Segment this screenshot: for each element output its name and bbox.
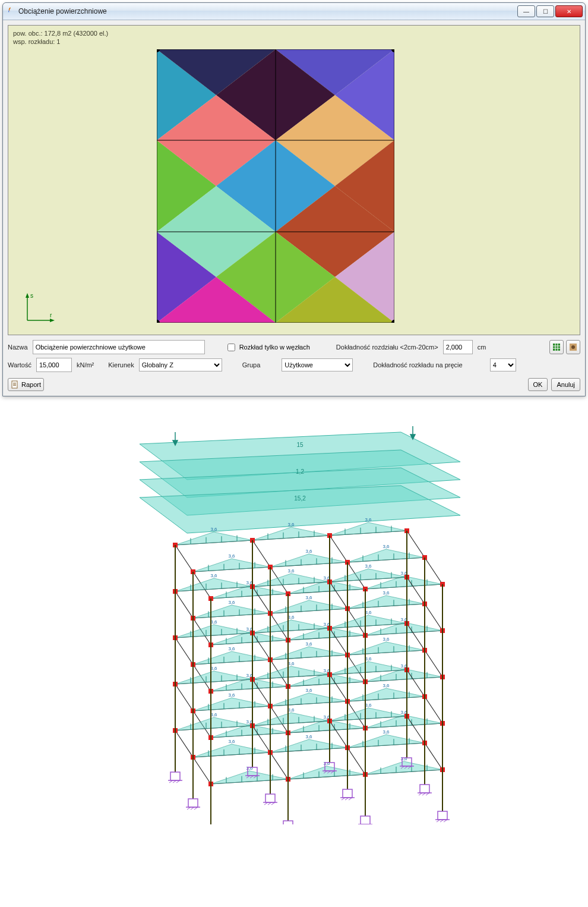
form-area: Nazwa Rozkład tylko w węzłach Dokładność… <box>8 340 580 391</box>
rozklad-checkbox[interactable]: Rozkład tylko w węzłach <box>225 342 310 353</box>
svg-rect-48 <box>13 385 16 386</box>
svg-marker-308 <box>270 693 347 706</box>
svg-text:3,6: 3,6 <box>287 615 295 620</box>
svg-marker-393 <box>211 771 288 784</box>
svg-marker-407 <box>365 761 442 774</box>
svg-text:3,6: 3,6 <box>228 553 235 559</box>
svg-text:3,6: 3,6 <box>365 610 372 615</box>
svg-marker-33 <box>26 293 29 298</box>
svg-text:3,6: 3,6 <box>305 688 312 693</box>
svg-marker-315 <box>347 688 425 701</box>
svg-marker-237 <box>270 647 347 660</box>
nazwa-label: Nazwa <box>8 344 28 351</box>
rozklad-checkbox-label: Rozkład tylko w węzłach <box>239 344 310 351</box>
svg-marker-81 <box>330 522 407 536</box>
svg-line-129 <box>175 545 193 572</box>
svg-line-271 <box>175 638 193 664</box>
structural-model-view: 15 1,2 15,2 3,63,63,63,63,63,63,63,63,63… <box>104 420 484 824</box>
svg-text:3,6: 3,6 <box>210 527 217 532</box>
wartosc-input[interactable] <box>36 358 72 372</box>
svg-text:3,6: 3,6 <box>365 703 372 708</box>
svg-marker-35 <box>50 319 55 322</box>
dokladnosc2-label: Dokładność rozkładu na pręcie <box>373 361 462 369</box>
titlebar[interactable]: Obciążenie powierzchniowe — ☐ ✕ <box>3 3 585 20</box>
report-icon <box>11 380 19 389</box>
svg-marker-244 <box>347 642 425 655</box>
svg-marker-173 <box>347 596 425 609</box>
svg-text:1,2: 1,2 <box>296 468 304 475</box>
minimize-button[interactable]: — <box>517 5 535 17</box>
raport-button[interactable]: Raport <box>8 378 44 391</box>
svg-marker-102 <box>347 549 425 562</box>
svg-rect-47 <box>13 384 16 385</box>
svg-text:r: r <box>50 312 52 319</box>
grupa-label: Grupa <box>242 361 261 369</box>
canvas-overlay-text: pow. obc.: 172,8 m2 (432000 el.) wsp. ro… <box>13 29 108 46</box>
svg-text:3,6: 3,6 <box>365 517 372 522</box>
dialog-content: pow. obc.: 172,8 m2 (432000 el.) wsp. ro… <box>3 20 585 396</box>
svg-text:3,6: 3,6 <box>382 637 390 642</box>
close-button[interactable]: ✕ <box>555 5 583 17</box>
window-controls: — ☐ ✕ <box>517 5 583 17</box>
svg-text:3,6: 3,6 <box>210 573 217 578</box>
dokladnosc1-label: Dokładność rozdziału <2cm-20cm> <box>336 344 438 351</box>
ok-button[interactable]: OK <box>528 378 548 391</box>
svg-marker-95 <box>270 554 347 567</box>
kierunek-select[interactable]: Globalny Z <box>139 358 222 371</box>
maximize-button[interactable]: ☐ <box>536 5 554 17</box>
svg-text:3,6: 3,6 <box>210 619 217 625</box>
java-app-icon <box>5 7 15 16</box>
svg-rect-46 <box>13 383 16 383</box>
grupa-select[interactable]: Użytkowe <box>282 358 353 371</box>
svg-text:3,6: 3,6 <box>382 729 390 735</box>
wartosc-label: Wartość <box>8 361 31 369</box>
svg-text:3,6: 3,6 <box>287 707 295 713</box>
load-distribution-plot <box>157 49 394 323</box>
svg-text:3,6: 3,6 <box>382 544 390 549</box>
svg-marker-67 <box>175 532 252 545</box>
svg-text:3,6: 3,6 <box>210 712 217 717</box>
svg-text:3,6: 3,6 <box>382 683 390 688</box>
svg-marker-166 <box>270 600 347 613</box>
nazwa-input[interactable] <box>33 340 205 354</box>
table-icon-button[interactable] <box>549 340 564 354</box>
dokladnosc1-unit: cm <box>478 344 486 351</box>
wartosc-unit: kN/m² <box>77 361 94 369</box>
svg-line-200 <box>175 591 193 618</box>
svg-marker-230 <box>193 651 270 664</box>
svg-text:3,6: 3,6 <box>305 549 312 554</box>
anuluj-button[interactable]: Anuluj <box>551 378 580 391</box>
svg-line-413 <box>175 730 193 757</box>
svg-marker-400 <box>288 766 365 779</box>
svg-text:3,6: 3,6 <box>382 590 390 596</box>
rozklad-checkbox-input[interactable] <box>227 344 235 351</box>
svg-text:15: 15 <box>296 442 304 448</box>
svg-rect-38 <box>553 344 560 351</box>
window-title: Obciążenie powierzchniowe <box>18 7 517 15</box>
svg-marker-386 <box>347 735 425 748</box>
load-canvas[interactable]: pow. obc.: 172,8 m2 (432000 el.) wsp. ro… <box>8 25 580 335</box>
dokladnosc2-select[interactable]: 4 <box>490 358 516 371</box>
svg-marker-301 <box>193 698 270 711</box>
svg-text:s: s <box>30 292 33 299</box>
svg-text:15,2: 15,2 <box>294 495 306 502</box>
dokladnosc1-input[interactable] <box>443 340 473 354</box>
svg-text:3,6: 3,6 <box>365 563 372 569</box>
svg-text:3,6: 3,6 <box>305 734 312 739</box>
svg-text:3,6: 3,6 <box>305 595 312 600</box>
overlay-line1: pow. obc.: 172,8 m2 (432000 el.) <box>13 29 108 37</box>
svg-marker-74 <box>252 527 330 540</box>
svg-text:3,6: 3,6 <box>210 666 217 671</box>
svg-text:3,6: 3,6 <box>228 692 235 698</box>
svg-marker-159 <box>193 605 270 618</box>
raport-label: Raport <box>21 381 41 388</box>
settings-icon-button[interactable] <box>566 340 580 354</box>
svg-text:3,6: 3,6 <box>287 661 295 666</box>
svg-text:3,6: 3,6 <box>287 522 295 527</box>
svg-text:3,6: 3,6 <box>365 656 372 662</box>
svg-text:3,6: 3,6 <box>305 641 312 647</box>
svg-text:3,6: 3,6 <box>287 568 295 574</box>
svg-marker-379 <box>270 739 347 752</box>
svg-marker-372 <box>193 744 270 757</box>
axis-indicator: s r <box>21 291 57 326</box>
